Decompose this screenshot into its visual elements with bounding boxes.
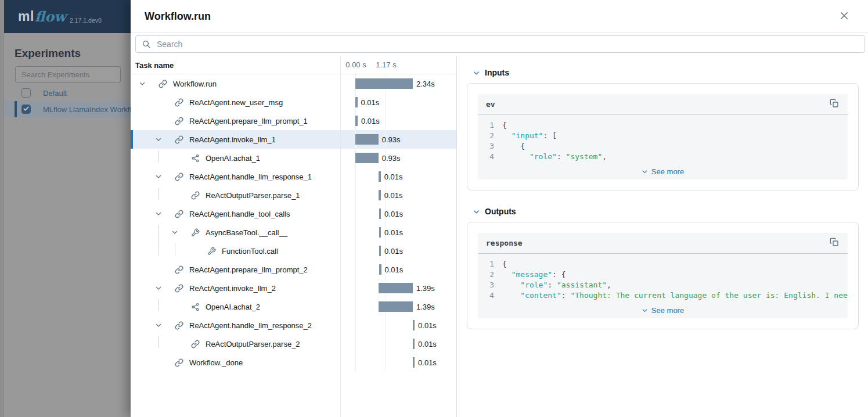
code-text: "role": "system",	[502, 152, 607, 162]
expand-chevron-icon[interactable]	[154, 172, 163, 181]
top-nav: mlflow 2.17.1.dev0	[0, 0, 131, 33]
task-name-cell: OpenAI.achat_1	[131, 149, 340, 167]
timeline-cell: 2.34s	[340, 74, 457, 93]
timeline-cell: 0.01s	[340, 316, 457, 335]
experiment-checkbox[interactable]	[21, 88, 31, 98]
network-icon	[190, 302, 200, 311]
line-number: 2	[478, 269, 494, 280]
chevron-down-icon	[642, 307, 648, 314]
task-name-label: ReActOutputParser.parse_2	[206, 340, 300, 348]
copy-button[interactable]	[829, 236, 840, 250]
experiment-row[interactable]: MLflow LlamaIndex Workflow	[4, 101, 131, 117]
duration-label: 0.01s	[385, 260, 404, 279]
task-name-cell: ReActAgent.handle_tool_calls	[131, 204, 340, 223]
duration-bar	[379, 208, 381, 219]
line-number: 4	[478, 152, 494, 162]
task-row[interactable]: ReActOutputParser.parse_20.01s	[131, 335, 456, 353]
experiments-search-input[interactable]	[15, 66, 121, 83]
task-name-cell: ReActOutputParser.parse_1	[131, 186, 340, 204]
task-row[interactable]: ReActAgent.prepare_llm_prompt_10.01s	[131, 112, 456, 130]
code-block-header: ev	[478, 94, 848, 115]
task-row[interactable]: ReActAgent.prepare_llm_prompt_20.01s	[131, 260, 456, 279]
link-icon	[174, 265, 183, 274]
task-name-cell: ReActAgent.handle_llm_response_2	[131, 316, 340, 335]
task-name-label: ReActOutputParser.parse_1	[206, 191, 300, 200]
expand-chevron-icon[interactable]	[154, 283, 163, 293]
duration-label: 0.01s	[384, 242, 403, 260]
task-name-cell: Workflow.run	[131, 74, 340, 93]
duration-label: 0.01s	[384, 167, 403, 186]
timeline-cell: 0.01s	[340, 260, 457, 279]
expand-chevron-icon[interactable]	[154, 209, 163, 218]
task-row[interactable]: OpenAI.achat_10.93s	[131, 149, 456, 167]
expand-chevron-icon[interactable]	[138, 79, 147, 88]
copy-icon	[830, 99, 839, 110]
window-edge	[0, 0, 4, 417]
duration-bar	[379, 301, 413, 312]
task-name-cell: ReActAgent.invoke_llm_1	[131, 130, 340, 149]
expand-chevron-icon[interactable]	[154, 321, 163, 330]
code-line: 1{	[478, 120, 848, 131]
task-row[interactable]: AsyncBaseTool.__call__0.01s	[131, 223, 456, 242]
copy-button[interactable]	[829, 98, 840, 111]
trace-search	[135, 35, 865, 53]
timeline-cell: 0.93s	[340, 130, 457, 149]
task-row[interactable]: Workflow.run2.34s	[131, 74, 456, 93]
task-name-label: ReActAgent.invoke_llm_1	[189, 135, 276, 144]
experiment-checkbox[interactable]	[21, 105, 31, 114]
code-text: {	[502, 259, 507, 269]
task-name-label: ReActAgent.handle_tool_calls	[189, 210, 290, 218]
link-icon	[174, 116, 183, 125]
task-name-label: OpenAI.achat_2	[206, 303, 260, 311]
section-header[interactable]: Outputs	[473, 207, 859, 216]
mlflow-logo: ml	[18, 9, 34, 24]
see-more-link[interactable]: See more	[478, 163, 848, 179]
task-row[interactable]: ReActAgent.handle_llm_response_20.01s	[131, 316, 456, 335]
see-more-link[interactable]: See more	[478, 302, 848, 318]
close-button[interactable]	[838, 9, 851, 24]
task-row[interactable]: ReActOutputParser.parse_10.01s	[131, 186, 456, 204]
section-outputs: Outputsresponse1{2 "message": {3 "role":…	[467, 207, 859, 329]
wrench-icon	[190, 228, 200, 237]
selected-accent	[15, 101, 17, 117]
drawer-body: Task name 0.00 s 1.17 s Workflow.run2.34…	[131, 56, 868, 417]
task-row[interactable]: OpenAI.achat_21.39s	[131, 297, 456, 316]
code-line: 2 "input": [	[478, 131, 848, 141]
task-row[interactable]: ReActAgent.handle_tool_calls0.01s	[131, 204, 456, 223]
trace-search-input[interactable]	[135, 35, 865, 53]
timeline-cell: 0.01s	[340, 353, 457, 372]
mlflow-trace-screen: Experiments DefaultMLflow LlamaIndex Wor…	[0, 0, 868, 417]
wrench-icon	[207, 246, 216, 256]
task-row[interactable]: ReActAgent.invoke_llm_21.39s	[131, 279, 456, 297]
expand-chevron-icon[interactable]	[154, 135, 163, 144]
section-header[interactable]: Inputs	[473, 68, 859, 77]
line-number: 1	[478, 120, 494, 131]
experiment-label[interactable]: Default	[43, 89, 67, 98]
expand-chevron-icon[interactable]	[170, 228, 179, 237]
timeline-cell: 0.01s	[340, 186, 457, 204]
experiment-label[interactable]: MLflow LlamaIndex Workflow	[43, 105, 131, 114]
code-block-header: response	[478, 233, 848, 254]
experiment-row[interactable]: Default	[4, 85, 131, 101]
trace-drawer: Workflow.run Task name 0.00 s 1.17 s Wor…	[131, 0, 868, 417]
task-row[interactable]: ReActAgent.invoke_llm_10.93s	[131, 130, 456, 149]
task-row[interactable]: ReActAgent.handle_llm_response_10.01s	[131, 167, 456, 186]
chevron-spacer	[186, 246, 196, 256]
task-name-label: ReActAgent.handle_llm_response_1	[189, 172, 312, 181]
section-inputs: Inputsev1{2 "input": [3 {4 "role": "syst…	[467, 68, 859, 190]
task-tree: Workflow.run2.34sReActAgent.new_user_msg…	[131, 74, 456, 372]
timeline-cell: 0.01s	[340, 204, 457, 223]
task-row[interactable]: ReActAgent.new_user_msg0.01s	[131, 93, 456, 112]
link-icon	[158, 79, 167, 88]
task-row[interactable]: Workflow._done0.01s	[131, 353, 456, 372]
see-more-label: See more	[651, 167, 684, 176]
timeline-cell: 1.39s	[340, 279, 457, 297]
code-block-title: response	[486, 239, 829, 247]
code-text: {	[502, 120, 507, 131]
tree-indent-guide	[159, 225, 159, 256]
task-row[interactable]: FunctionTool.call0.01s	[131, 242, 456, 260]
tree-indent-guide	[159, 336, 159, 348]
timeline-cell: 0.01s	[340, 335, 457, 353]
line-number: 2	[478, 131, 494, 141]
task-name-label: AsyncBaseTool.__call__	[206, 228, 287, 237]
